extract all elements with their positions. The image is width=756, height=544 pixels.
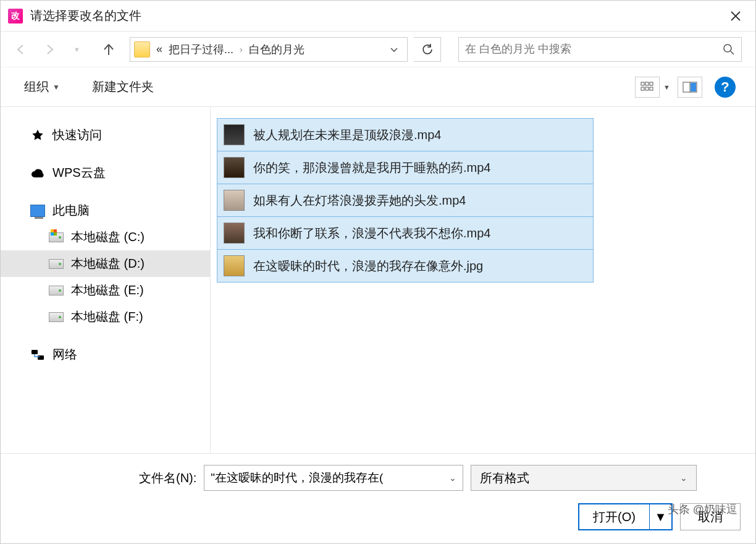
file-thumbnail xyxy=(224,190,245,211)
sidebar-item-wps-cloud[interactable]: WPS云盘 xyxy=(1,159,210,186)
file-name: 我和你断了联系，浪漫不代表我不想你.mp4 xyxy=(253,225,490,242)
file-item[interactable]: 你的笑，那浪漫曾就是我用于睡熟的药.mp4 xyxy=(217,151,594,184)
nav-arrows: ▼ xyxy=(14,43,80,56)
toolbar: 组织 ▼ 新建文件夹 ▼ ? xyxy=(1,67,755,107)
search-icon[interactable] xyxy=(723,43,735,56)
svg-rect-5 xyxy=(645,87,649,90)
svg-rect-10 xyxy=(32,350,38,354)
svg-rect-11 xyxy=(38,355,44,360)
sidebar: 快速访问 WPS云盘 此电脑 本地磁盘 (C:) 本地磁盘 (D:) 本地磁盘 … xyxy=(1,107,211,453)
address-dropdown[interactable] xyxy=(385,45,403,54)
new-folder-button[interactable]: 新建文件夹 xyxy=(88,76,158,98)
chevron-down-icon[interactable]: ⌄ xyxy=(449,473,456,483)
file-name: 如果有人在灯塔浪漫拨弄她的头发.mp4 xyxy=(253,192,466,209)
sidebar-item-drive-e[interactable]: 本地磁盘 (E:) xyxy=(1,277,210,304)
footer: 文件名(N): ⌄ 所有格式 ⌄ 打开(O) ▼ 取消 xyxy=(1,453,755,544)
sidebar-item-quick-access[interactable]: 快速访问 xyxy=(1,122,210,148)
cancel-button[interactable]: 取消 xyxy=(680,503,741,530)
app-icon: 改 xyxy=(8,9,23,23)
file-type-filter[interactable]: 所有格式 ⌄ xyxy=(471,465,697,491)
file-item[interactable]: 我和你断了联系，浪漫不代表我不想你.mp4 xyxy=(217,216,594,250)
file-thumbnail xyxy=(224,157,245,178)
refresh-button[interactable] xyxy=(414,37,441,62)
main-area: 快速访问 WPS云盘 此电脑 本地磁盘 (C:) 本地磁盘 (D:) 本地磁盘 … xyxy=(1,107,755,453)
filename-combobox[interactable]: ⌄ xyxy=(204,465,463,491)
drive-icon xyxy=(49,257,64,271)
search-box[interactable] xyxy=(458,37,742,62)
filter-label: 所有格式 xyxy=(480,470,680,487)
file-thumbnail xyxy=(224,223,245,244)
file-item[interactable]: 如果有人在灯塔浪漫拨弄她的头发.mp4 xyxy=(217,184,594,217)
button-row: 打开(O) ▼ 取消 xyxy=(15,503,741,530)
new-folder-label: 新建文件夹 xyxy=(92,79,154,95)
sidebar-item-drive-d[interactable]: 本地磁盘 (D:) xyxy=(1,250,210,277)
open-label: 打开(O) xyxy=(579,509,649,525)
file-item[interactable]: 被人规划在未来里是顶级浪漫.mp4 xyxy=(217,118,594,151)
window-title: 请选择要改名的文件 xyxy=(30,7,723,24)
preview-pane-button[interactable] xyxy=(678,77,702,98)
breadcrumb-item-1[interactable]: 把日子过得... xyxy=(169,42,233,57)
back-button[interactable] xyxy=(14,43,27,56)
help-button[interactable]: ? xyxy=(715,77,736,98)
file-thumbnail xyxy=(224,255,245,276)
panel-icon xyxy=(682,82,697,93)
chevron-down-icon: ⌄ xyxy=(680,473,687,483)
drive-icon xyxy=(49,230,64,245)
drive-d-label: 本地磁盘 (D:) xyxy=(71,255,145,272)
sidebar-item-network[interactable]: 网络 xyxy=(1,341,210,368)
search-input[interactable] xyxy=(465,43,723,56)
open-split-dropdown[interactable]: ▼ xyxy=(649,504,671,529)
chevron-right-icon: › xyxy=(240,45,243,54)
recent-dropdown[interactable]: ▼ xyxy=(74,46,80,53)
up-button[interactable] xyxy=(103,43,115,56)
filename-label: 文件名(N): xyxy=(139,470,196,487)
file-item[interactable]: 在这暧昧的时代，浪漫的我存在像意外.jpg xyxy=(217,249,594,283)
drive-icon xyxy=(49,283,64,298)
cloud-icon xyxy=(30,166,45,181)
nav-row: ▼ « 把日子过得... › 白色的月光 xyxy=(1,32,755,67)
filename-row: 文件名(N): ⌄ 所有格式 ⌄ xyxy=(15,465,741,491)
wps-cloud-label: WPS云盘 xyxy=(52,164,106,181)
drive-icon xyxy=(49,310,64,325)
grid-icon xyxy=(640,82,654,93)
svg-rect-1 xyxy=(641,82,644,85)
titlebar: 改 请选择要改名的文件 xyxy=(1,1,755,32)
drive-c-label: 本地磁盘 (C:) xyxy=(71,229,145,245)
filename-input[interactable] xyxy=(211,471,449,485)
quick-access-label: 快速访问 xyxy=(52,127,102,143)
file-name: 你的笑，那浪漫曾就是我用于睡熟的药.mp4 xyxy=(253,159,490,176)
star-icon xyxy=(30,128,45,143)
breadcrumb-item-2[interactable]: 白色的月光 xyxy=(249,42,304,57)
organize-label: 组织 xyxy=(24,79,49,95)
help-icon: ? xyxy=(721,79,729,95)
forward-button[interactable] xyxy=(44,43,56,56)
close-button[interactable] xyxy=(723,4,748,28)
drive-f-label: 本地磁盘 (F:) xyxy=(71,308,143,325)
breadcrumb: « 把日子过得... › 白色的月光 xyxy=(150,42,385,57)
file-thumbnail xyxy=(224,124,245,145)
svg-rect-9 xyxy=(691,83,696,91)
organize-button[interactable]: 组织 ▼ xyxy=(20,76,64,98)
folder-icon xyxy=(134,41,150,57)
file-name: 在这暧昧的时代，浪漫的我存在像意外.jpg xyxy=(253,258,483,274)
close-icon xyxy=(730,11,741,22)
svg-rect-6 xyxy=(650,87,653,90)
svg-point-0 xyxy=(724,45,731,52)
network-icon xyxy=(30,347,45,362)
pc-icon xyxy=(30,203,45,218)
breadcrumb-prefix: « xyxy=(156,43,162,56)
address-bar[interactable]: « 把日子过得... › 白色的月光 xyxy=(130,37,408,62)
network-label: 网络 xyxy=(52,346,77,363)
sidebar-item-drive-c[interactable]: 本地磁盘 (C:) xyxy=(1,224,210,250)
view-mode-button[interactable] xyxy=(635,77,660,98)
file-name: 被人规划在未来里是顶级浪漫.mp4 xyxy=(253,127,441,143)
svg-rect-4 xyxy=(641,87,644,90)
refresh-icon xyxy=(422,44,433,55)
view-dropdown[interactable]: ▼ xyxy=(663,83,670,91)
sidebar-item-this-pc[interactable]: 此电脑 xyxy=(1,197,210,224)
chevron-down-icon: ▼ xyxy=(52,83,60,91)
svg-rect-3 xyxy=(650,82,653,85)
open-button[interactable]: 打开(O) ▼ xyxy=(578,503,673,530)
this-pc-label: 此电脑 xyxy=(52,202,90,219)
sidebar-item-drive-f[interactable]: 本地磁盘 (F:) xyxy=(1,304,210,330)
